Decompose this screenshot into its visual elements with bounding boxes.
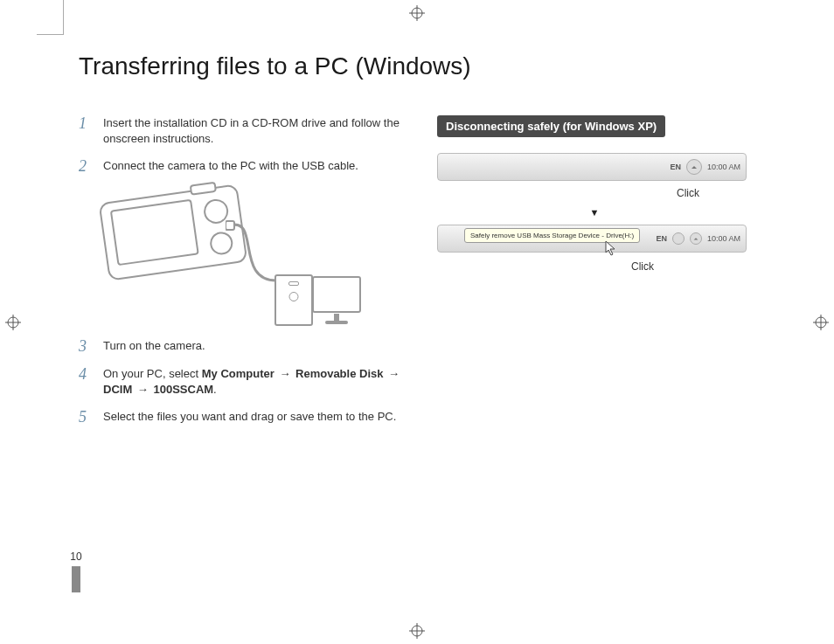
registration-mark-icon [5,315,21,330]
step-number: 2 [79,158,91,174]
page-title: Transferring files to a PC (Windows) [79,52,761,80]
pc-tower-icon [275,274,313,326]
language-indicator: EN [670,163,681,171]
language-indicator: EN [656,234,667,243]
taskbar-illustration-1: EN 10:00 AM [437,153,747,181]
step-1: 1 Insert the installation CD in a CD-ROM… [79,115,402,146]
step-5: 5 Select the files you want and drag or … [79,409,402,425]
taskbar-illustration-2: Safely remove USB Mass Storage Device - … [437,225,747,253]
step-text: Turn on the camera. [103,338,205,354]
path-arrow: → [388,367,400,380]
safely-remove-hardware-icon [686,159,702,175]
taskbar-time: 10:00 AM [707,234,740,243]
page-number-block: 10 [63,551,89,592]
step-number: 5 [79,409,91,425]
click-label: Click [677,187,699,199]
monitor-icon [312,276,360,324]
registration-mark-icon [409,5,425,21]
click-label: Click [631,260,654,273]
page-tab-icon [72,566,80,592]
step-number: 4 [79,366,91,397]
step-number: 3 [79,338,91,354]
safely-remove-hardware-icon [690,232,702,245]
network-icon [672,232,685,245]
step-text: Insert the installation CD in a CD-ROM d… [103,115,402,146]
step-3: 3 Turn on the camera. [79,338,402,354]
registration-mark-icon [409,623,425,639]
step-text: Select the files you want and drag or sa… [103,409,396,425]
step4-path-2: Removable Disk [295,367,383,380]
down-arrow-icon: ▼ [437,207,752,218]
step-4: 4 On your PC, select My Computer → Remov… [79,366,402,397]
step-2: 2 Connect the camera to the PC with the … [79,158,402,174]
step-text: On your PC, select My Computer → Removab… [103,366,402,397]
taskbar-time: 10:00 AM [707,163,740,171]
step4-tail: . [213,383,217,396]
step-text: Connect the camera to the PC with the US… [103,158,358,174]
page-number: 10 [63,551,89,563]
step4-path-4: 100SSCAM [153,383,213,396]
svg-rect-12 [226,221,234,230]
path-arrow: → [279,367,290,380]
path-arrow: → [137,383,149,396]
step4-lead: On your PC, select [103,367,202,380]
step4-path-1: My Computer [202,367,275,380]
camera-to-pc-illustration [94,186,365,326]
crop-mark-icon [37,0,64,35]
step4-path-3: DCIM [103,383,132,396]
section-header: Disconnecting safely (for Windows XP) [437,115,665,137]
step-number: 1 [79,115,91,146]
cursor-icon [605,240,619,258]
registration-mark-icon [813,315,829,330]
